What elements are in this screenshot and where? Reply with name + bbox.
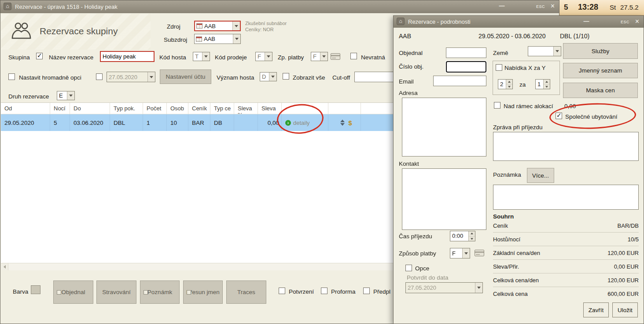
payment-card-icon[interactable] xyxy=(475,250,484,256)
kod-hosta-select[interactable]: T xyxy=(193,52,210,61)
detaily-link[interactable]: detaily xyxy=(293,120,310,126)
skupina-checkbox[interactable] xyxy=(36,53,43,59)
col-noci[interactable]: Nocí xyxy=(50,103,70,114)
col-sleva-pct[interactable]: Sleva % xyxy=(234,103,258,114)
subzdroj-dropdown-arrow-icon[interactable] xyxy=(233,34,240,44)
traces-button[interactable]: Traces xyxy=(226,280,266,304)
col-typ-ce[interactable]: Typ ce xyxy=(210,103,234,114)
minimize-button[interactable]: — xyxy=(582,18,591,24)
zobrazit-vse-checkbox[interactable] xyxy=(283,73,289,80)
adresa-textarea[interactable] xyxy=(402,98,486,157)
spinner-arrows-icon[interactable] xyxy=(506,80,512,89)
nastaveni-uctu-button[interactable]: Nastavení účtu xyxy=(160,69,211,84)
col-cenik[interactable]: Ceník xyxy=(188,103,210,114)
proforma-label: Proforma xyxy=(331,288,356,295)
vyznam-hosta-dropdown-arrow-icon[interactable] xyxy=(269,73,276,81)
zdroj-dropdown-arrow-icon[interactable] xyxy=(232,22,240,30)
background-clock-strip: 5 13:28 St 27.5.2 xyxy=(559,0,644,15)
potvrdit-do-data-select[interactable]: 27.05.2020 xyxy=(405,282,483,293)
cell-sleva-pct xyxy=(234,114,258,131)
zavrit-button[interactable]: Zavřít xyxy=(583,302,609,317)
col-typ-pok[interactable]: Typ pok. xyxy=(110,103,143,114)
close-button[interactable]: × xyxy=(551,2,555,10)
spolecne-ubytovani-label: Společné ubytování xyxy=(565,113,618,120)
kod-prodeje-select[interactable]: F xyxy=(255,52,272,61)
vyznam-hosta-select[interactable]: D xyxy=(260,72,277,81)
spinner-arrows-icon[interactable] xyxy=(468,231,475,241)
opce-datum-checkbox[interactable] xyxy=(96,73,103,80)
nabidka-y-spinner[interactable]: 1 xyxy=(535,79,550,89)
druh-rezervace-dropdown-arrow-icon[interactable] xyxy=(67,91,74,100)
col-do[interactable]: Do xyxy=(70,103,110,114)
potvrzeni-checkbox[interactable] xyxy=(279,288,285,294)
payment-card-icon[interactable] xyxy=(331,53,340,60)
kod-hosta-dropdown-arrow-icon[interactable] xyxy=(202,52,210,61)
spinner-arrows-icon[interactable] xyxy=(543,80,550,89)
druh-rezervace-select[interactable]: E xyxy=(57,91,75,100)
pricelist-grid-icon xyxy=(196,23,202,29)
minimize-button[interactable]: — xyxy=(497,2,506,9)
zeme-dropdown-arrow-icon[interactable] xyxy=(553,47,561,56)
cas-prijezdu-spinner[interactable]: 0:00 xyxy=(450,231,475,241)
nad-ramec-checkbox[interactable] xyxy=(494,102,500,109)
subzdroj-select[interactable]: AAB xyxy=(194,34,241,44)
nad-ramec-label: Nad rámec alokací xyxy=(504,103,553,109)
move-row-up-down-icon[interactable] xyxy=(340,120,345,126)
predplatba-checkbox[interactable] xyxy=(363,288,370,294)
kod-hosta-value: T xyxy=(193,53,202,60)
col-pocet[interactable]: Počet xyxy=(143,103,167,114)
maska-cen-button[interactable]: Maska cen xyxy=(563,83,638,98)
zp-platby-label: Zp. platby xyxy=(278,54,304,61)
hromadne-opci-checkbox[interactable] xyxy=(8,73,15,80)
barva-color-swatch[interactable] xyxy=(31,285,40,294)
zpusob-platby-dropdown-arrow-icon[interactable] xyxy=(462,248,470,258)
kod-prodeje-dropdown-arrow-icon[interactable] xyxy=(265,52,272,61)
proforma-checkbox[interactable] xyxy=(321,288,328,294)
col-sleva[interactable]: Sleva xyxy=(258,103,282,114)
kontakt-textarea[interactable] xyxy=(402,168,486,230)
main-titlebar[interactable]: ⌂ Rezervace - úprava 1518 - Holiday peak… xyxy=(0,0,559,13)
sluzby-button[interactable]: Služby xyxy=(563,43,638,59)
spolecne-ubytovani-checkbox[interactable] xyxy=(556,113,562,119)
nabidka-x-spinner[interactable]: 2 xyxy=(498,79,513,89)
subzdroj-value: AAB xyxy=(202,36,233,42)
group-icon xyxy=(11,22,31,40)
col-osob[interactable]: Osob xyxy=(167,103,188,114)
detail-source: AAB xyxy=(399,33,411,40)
cell-pocet: 1 xyxy=(143,114,167,131)
detail-titlebar[interactable]: ⌂ Rezervace - podrobnosti — ESC × xyxy=(394,16,644,28)
kontakt-label: Kontakt xyxy=(399,160,419,167)
poznamka-button[interactable]: Poznámk xyxy=(140,280,180,304)
price-dollar-icon[interactable]: $ xyxy=(348,119,352,127)
vice-button[interactable]: Více... xyxy=(527,168,554,183)
zpusob-platby-select[interactable]: F xyxy=(450,248,470,258)
nabidka-checkbox[interactable] xyxy=(496,64,502,71)
close-button[interactable]: × xyxy=(635,18,639,25)
col-od[interactable]: Od xyxy=(1,103,50,114)
jmenny-seznam-button[interactable]: Jmenný seznam xyxy=(563,63,638,78)
objednal-input[interactable] xyxy=(446,47,486,58)
opce-datum-dropdown-arrow-icon[interactable] xyxy=(147,72,155,82)
potvrdit-dropdown-arrow-icon[interactable] xyxy=(475,283,482,293)
kod-prodeje-value: F xyxy=(256,53,265,60)
scroll-left-button[interactable] xyxy=(1,263,8,270)
opce-checkbox[interactable] xyxy=(405,265,412,271)
zp-platby-select[interactable]: F xyxy=(311,52,328,61)
presun-jmen-button[interactable]: Přesun jmen xyxy=(183,280,223,304)
zprava-textarea[interactable] xyxy=(493,132,639,161)
ulozit-button[interactable]: Uložit xyxy=(612,302,638,317)
poznamka-textarea[interactable] xyxy=(493,185,639,210)
email-input[interactable] xyxy=(433,76,486,86)
nazev-rezervace-input[interactable] xyxy=(100,51,155,62)
nevratna-checkbox[interactable] xyxy=(350,53,357,59)
clock-day: St xyxy=(610,4,616,11)
cutoff-input[interactable] xyxy=(354,72,398,82)
zp-platby-dropdown-arrow-icon[interactable] xyxy=(320,52,328,61)
stravovani-button[interactable]: Stravování xyxy=(96,280,136,304)
zdroj-select[interactable]: AAB xyxy=(194,21,241,31)
col-empty xyxy=(282,103,328,114)
cislo-obj-input[interactable] xyxy=(446,61,486,73)
opce-datum-select[interactable]: 27.05.2020 xyxy=(107,72,155,82)
objednal-button[interactable]: Objednal xyxy=(53,280,93,304)
zeme-select[interactable] xyxy=(528,46,561,56)
